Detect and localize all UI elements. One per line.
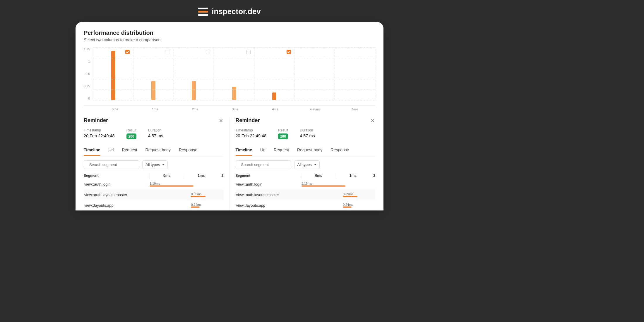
chart-bar[interactable] bbox=[272, 93, 276, 100]
tab-url[interactable]: Url bbox=[109, 148, 114, 156]
close-icon[interactable] bbox=[218, 118, 224, 123]
tab-response[interactable]: Response bbox=[331, 148, 349, 156]
segment-bar bbox=[343, 196, 357, 197]
chevron-down-icon bbox=[162, 164, 165, 165]
panel-title: Reminder bbox=[236, 117, 260, 124]
y-tick: 1 bbox=[88, 60, 90, 63]
chart-x-axis: 0ms1ms2ms3ms4ms4.75ms5ms bbox=[95, 107, 375, 111]
section-title: Performance distribution bbox=[84, 30, 375, 36]
segment-row[interactable]: view::layouts.app 0.24ms bbox=[84, 200, 224, 210]
section-subtitle: Select two columns to make a comparison bbox=[84, 37, 375, 42]
segment-bar bbox=[191, 207, 200, 208]
status-badge: 200 bbox=[126, 133, 136, 139]
segment-header: Segment bbox=[84, 174, 150, 179]
tab-timeline[interactable]: Timeline bbox=[84, 148, 100, 156]
tab-request[interactable]: Request bbox=[122, 148, 137, 156]
comparison-panels: Reminder Timestamp 20 Feb 22:49:48 Resul… bbox=[84, 117, 375, 210]
column-checkbox[interactable] bbox=[206, 50, 210, 54]
comparison-panel: Reminder Timestamp 20 Feb 22:49:48 Resul… bbox=[229, 117, 376, 210]
chart-plot-area bbox=[93, 47, 375, 100]
panel-tabs: TimelineUrlRequestRequest bodyResponse bbox=[84, 148, 224, 156]
types-select-label: All types bbox=[297, 162, 312, 167]
panel-tabs: TimelineUrlRequestRequest bodyResponse bbox=[236, 148, 376, 156]
main-card: Performance distribution Select two colu… bbox=[76, 22, 383, 210]
timestamp-value: 20 Feb 22:49:48 bbox=[84, 133, 115, 138]
search-input[interactable] bbox=[241, 162, 290, 167]
x-tick: 3ms bbox=[215, 107, 255, 111]
brand: inspector.dev bbox=[198, 7, 261, 16]
chart-column[interactable] bbox=[214, 47, 254, 100]
segment-duration-label: 1.19ms bbox=[302, 182, 345, 185]
timeline-tick: 0ms bbox=[150, 174, 184, 179]
y-tick: 0.25 bbox=[84, 84, 90, 88]
chart-column[interactable] bbox=[174, 47, 214, 100]
brand-name: inspector.dev bbox=[212, 7, 261, 16]
result-label: Result bbox=[278, 128, 288, 132]
segment-bar bbox=[302, 186, 345, 187]
tab-timeline[interactable]: Timeline bbox=[236, 148, 252, 156]
chart-column[interactable] bbox=[93, 47, 133, 100]
timestamp-value: 20 Feb 22:49:48 bbox=[236, 133, 267, 138]
chart-column[interactable] bbox=[133, 47, 174, 100]
brand-logo-icon bbox=[198, 8, 208, 16]
tab-request body[interactable]: Request body bbox=[297, 148, 322, 156]
chart-bar[interactable] bbox=[192, 81, 196, 100]
types-select[interactable]: All types bbox=[294, 160, 320, 169]
chart-column[interactable] bbox=[335, 47, 375, 100]
timeline-tick: 2 bbox=[218, 174, 224, 179]
segment-row[interactable]: view::auth.login 1.19ms bbox=[236, 179, 376, 189]
panel-title: Reminder bbox=[84, 117, 108, 124]
search-input[interactable] bbox=[89, 162, 138, 167]
chart-bar[interactable] bbox=[232, 87, 236, 100]
segment-row[interactable]: view::auth.layouts.master 0.39ms bbox=[236, 189, 376, 200]
timeline-tick: 1ms bbox=[184, 174, 218, 179]
segment-bar bbox=[191, 196, 205, 197]
duration-label: Duration bbox=[300, 128, 315, 132]
tab-request[interactable]: Request bbox=[274, 148, 289, 156]
duration-value: 4.57 ms bbox=[148, 133, 163, 138]
close-icon[interactable] bbox=[370, 118, 375, 123]
types-select[interactable]: All types bbox=[142, 160, 168, 169]
segment-row[interactable]: view::auth.login 1.19ms bbox=[84, 179, 224, 189]
x-tick: 4.75ms bbox=[295, 107, 335, 111]
column-checkbox[interactable] bbox=[166, 50, 170, 54]
chart-y-axis: 1.2510.50.250 bbox=[84, 47, 93, 100]
x-tick: 0ms bbox=[95, 107, 135, 111]
segment-duration-label: 0.39ms bbox=[343, 192, 357, 196]
duration-label: Duration bbox=[148, 128, 163, 132]
segment-bar bbox=[343, 207, 352, 208]
tab-response[interactable]: Response bbox=[179, 148, 197, 156]
timestamp-label: Timestamp bbox=[236, 128, 267, 132]
x-tick: 4ms bbox=[255, 107, 295, 111]
status-badge: 200 bbox=[278, 133, 288, 139]
chart-bar[interactable] bbox=[151, 81, 155, 100]
duration-value: 4.57 ms bbox=[300, 133, 315, 138]
column-checkbox[interactable] bbox=[125, 50, 130, 54]
search-segment-box[interactable] bbox=[236, 160, 291, 169]
segment-name: view::auth.login bbox=[236, 182, 302, 186]
timeline-tick: 0ms bbox=[302, 174, 336, 179]
segment-duration-label: 1.19ms bbox=[150, 182, 193, 185]
tab-url[interactable]: Url bbox=[260, 148, 266, 156]
segment-duration-label: 0.24ms bbox=[191, 203, 201, 206]
segment-name: view::auth.login bbox=[84, 182, 150, 186]
column-checkbox[interactable] bbox=[287, 50, 291, 54]
tab-request body[interactable]: Request body bbox=[145, 148, 171, 156]
comparison-panel: Reminder Timestamp 20 Feb 22:49:48 Resul… bbox=[84, 117, 229, 210]
y-tick: 1.25 bbox=[84, 47, 90, 51]
segment-row[interactable]: view::auth.layouts.master 0.39ms bbox=[84, 189, 224, 200]
segment-name: view::layouts.app bbox=[236, 203, 302, 208]
search-segment-box[interactable] bbox=[84, 160, 139, 169]
chart-column[interactable] bbox=[295, 47, 335, 100]
x-tick: 1ms bbox=[135, 107, 175, 111]
chart-column[interactable] bbox=[254, 47, 295, 100]
column-checkbox[interactable] bbox=[246, 50, 251, 54]
segment-row[interactable]: view::layouts.app 0.24ms bbox=[236, 200, 376, 210]
timestamp-label: Timestamp bbox=[84, 128, 115, 132]
segment-header: Segment bbox=[236, 174, 302, 179]
segment-duration-label: 0.24ms bbox=[343, 203, 353, 206]
segment-name: view::auth.layouts.master bbox=[84, 193, 150, 197]
chevron-down-icon bbox=[314, 164, 316, 165]
result-label: Result bbox=[126, 128, 136, 132]
segment-name: view::auth.layouts.master bbox=[236, 193, 302, 197]
